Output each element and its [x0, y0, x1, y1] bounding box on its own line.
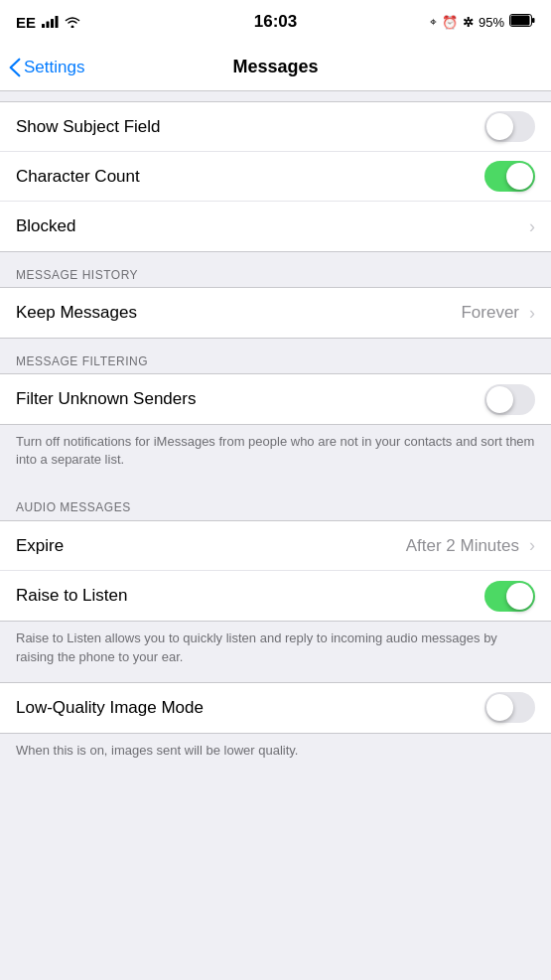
history-gap: MESSAGE HISTORY	[0, 252, 551, 287]
raise-to-listen-toggle[interactable]	[484, 581, 535, 612]
sms-section: Show Subject Field Character Count Block…	[0, 101, 551, 252]
keep-messages-label: Keep Messages	[16, 303, 137, 323]
nav-bar: Settings Messages	[0, 44, 551, 91]
wifi-icon	[65, 14, 80, 31]
keep-messages-row[interactable]: Keep Messages Forever ›	[0, 288, 551, 338]
image-quality-section: Low-Quality Image Mode	[0, 682, 551, 734]
show-subject-row[interactable]: Show Subject Field	[0, 102, 551, 152]
show-subject-right	[484, 111, 535, 142]
status-right: ⌖ ⏰ ✲ 95%	[430, 14, 535, 30]
filter-unknown-row[interactable]: Filter Unknown Senders	[0, 374, 551, 424]
keep-messages-chevron: ›	[529, 303, 535, 324]
keep-messages-value: Forever	[461, 303, 519, 323]
filter-unknown-right	[484, 384, 535, 415]
settings-content: Show Subject Field Character Count Block…	[0, 91, 551, 775]
status-left: EE	[16, 14, 80, 31]
character-count-label: Character Count	[16, 167, 140, 187]
message-history-header: MESSAGE HISTORY	[0, 252, 551, 288]
top-gap	[0, 91, 551, 101]
blocked-chevron: ›	[529, 216, 535, 237]
filtering-gap: MESSAGE FILTERING	[0, 339, 551, 373]
raise-to-listen-knob	[506, 583, 533, 610]
show-subject-knob	[486, 113, 513, 140]
raise-to-listen-label: Raise to Listen	[16, 586, 127, 606]
svg-rect-2	[51, 19, 54, 28]
svg-rect-1	[47, 21, 50, 28]
filter-unknown-toggle[interactable]	[484, 384, 535, 415]
expire-row[interactable]: Expire After 2 Minutes ›	[0, 521, 551, 571]
raise-to-listen-footer: Raise to Listen allows you to quickly li…	[0, 622, 551, 681]
svg-rect-3	[56, 16, 59, 28]
low-quality-image-label: Low-Quality Image Mode	[16, 698, 204, 718]
audio-messages-section: Expire After 2 Minutes › Raise to Listen	[0, 520, 551, 622]
character-count-row[interactable]: Character Count	[0, 152, 551, 202]
svg-rect-5	[511, 16, 530, 26]
character-count-right	[484, 161, 535, 192]
svg-rect-0	[42, 24, 45, 28]
message-filtering-section: Filter Unknown Senders	[0, 373, 551, 425]
battery-label: 95%	[479, 15, 504, 30]
low-quality-image-row[interactable]: Low-Quality Image Mode	[0, 683, 551, 733]
audio-messages-header: AUDIO MESSAGES	[0, 485, 551, 520]
keep-messages-right: Forever ›	[461, 303, 535, 324]
filter-unknown-label: Filter Unknown Senders	[16, 389, 196, 409]
blocked-right: ›	[525, 216, 535, 237]
alarm-icon: ⏰	[442, 15, 458, 30]
show-subject-toggle[interactable]	[484, 111, 535, 142]
filter-unknown-footer: Turn off notifications for iMessages fro…	[0, 425, 551, 485]
status-time: 16:03	[254, 12, 297, 32]
show-subject-label: Show Subject Field	[16, 117, 161, 137]
low-quality-image-toggle[interactable]	[484, 692, 535, 723]
message-filtering-header: MESSAGE FILTERING	[0, 339, 551, 374]
expire-label: Expire	[16, 536, 64, 556]
svg-rect-6	[532, 18, 535, 23]
signal-icon	[42, 14, 59, 31]
filter-unknown-knob	[486, 386, 513, 413]
character-count-knob	[506, 163, 533, 190]
status-bar: EE 16:03 ⌖ ⏰ ✲ 95%	[0, 0, 551, 44]
carrier-label: EE	[16, 14, 36, 31]
character-count-toggle[interactable]	[484, 161, 535, 192]
back-label: Settings	[24, 58, 84, 77]
expire-chevron: ›	[529, 535, 535, 556]
low-quality-image-knob	[486, 694, 513, 721]
blocked-label: Blocked	[16, 216, 75, 236]
page-title: Messages	[232, 57, 318, 77]
bluetooth-icon: ✲	[463, 15, 474, 30]
low-quality-image-right	[484, 692, 535, 723]
battery-icon	[509, 14, 535, 30]
back-button[interactable]: Settings	[8, 58, 84, 77]
blocked-row[interactable]: Blocked ›	[0, 202, 551, 251]
low-quality-image-footer: When this is on, images sent will be low…	[0, 734, 551, 775]
raise-to-listen-right	[484, 581, 535, 612]
location-icon: ⌖	[430, 15, 437, 29]
raise-to-listen-row[interactable]: Raise to Listen	[0, 571, 551, 621]
expire-value: After 2 Minutes	[406, 536, 519, 556]
message-history-section: Keep Messages Forever ›	[0, 287, 551, 339]
expire-right: After 2 Minutes ›	[406, 535, 535, 556]
